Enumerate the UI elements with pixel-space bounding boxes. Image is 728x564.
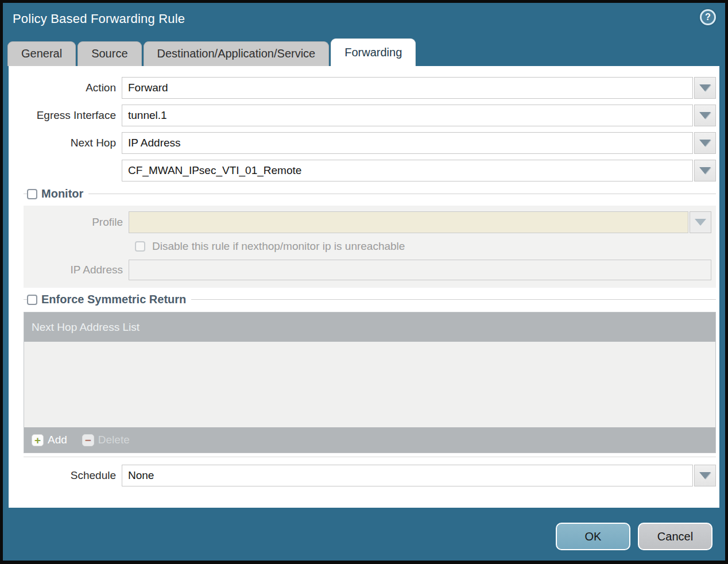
next-hop-address-table: Next Hop Address List + Add − Delete (24, 312, 716, 453)
action-dropdown-trigger[interactable] (694, 77, 716, 99)
egress-interface-select[interactable]: tunnel.1 (122, 105, 693, 126)
profile-dropdown-trigger (690, 211, 711, 233)
chevron-down-icon (699, 167, 711, 174)
tab-source[interactable]: Source (78, 41, 141, 66)
dialog-title: Policy Based Forwarding Rule (13, 11, 185, 26)
profile-label: Profile (24, 216, 129, 229)
table-toolbar: + Add − Delete (24, 427, 715, 453)
cancel-button[interactable]: Cancel (638, 523, 712, 550)
forwarding-tab-panel: Action Forward Egress Interface tunnel.1… (9, 66, 719, 508)
enforce-symmetric-return-checkbox[interactable] (27, 295, 37, 305)
next-hop-address-row: CF_MWAN_IPsec_VTI_01_Remote (24, 160, 716, 181)
egress-interface-label: Egress Interface (24, 109, 122, 122)
chevron-down-icon (699, 140, 711, 146)
schedule-select[interactable]: None (122, 465, 693, 486)
monitor-ip-input (129, 260, 711, 280)
monitor-panel: Profile Disable this rule if nexthop/mon… (24, 206, 716, 288)
chevron-down-icon (699, 472, 711, 479)
tab-bar: General Source Destination/Application/S… (3, 37, 725, 66)
monitor-legend-label: Monitor (41, 187, 83, 200)
schedule-row: Schedule None (24, 465, 716, 486)
minus-icon: − (82, 434, 94, 446)
next-hop-type-select[interactable]: IP Address (122, 132, 693, 154)
chevron-down-icon (699, 112, 711, 119)
dialog-titlebar: Policy Based Forwarding Rule ? (3, 3, 725, 37)
monitor-checkbox[interactable] (27, 189, 37, 199)
symmetric-return-legend-label: Enforce Symmetric Return (41, 293, 186, 306)
plus-icon: + (32, 434, 44, 446)
monitor-ip-row: IP Address (24, 260, 714, 280)
symmetric-return-legend: Enforce Symmetric Return (24, 293, 716, 306)
monitor-ip-label: IP Address (24, 264, 129, 276)
delete-button: − Delete (82, 434, 130, 446)
disable-rule-label: Disable this rule if nexthop/monitor ip … (152, 240, 405, 253)
egress-interface-dropdown-trigger[interactable] (694, 105, 716, 126)
next-hop-address-select[interactable]: CF_MWAN_IPsec_VTI_01_Remote (122, 160, 693, 181)
question-mark-icon: ? (705, 12, 711, 22)
tab-general[interactable]: General (7, 41, 76, 66)
schedule-label: Schedule (24, 469, 122, 482)
add-button-label: Add (48, 434, 67, 446)
add-button[interactable]: + Add (32, 434, 67, 446)
help-button[interactable]: ? (700, 9, 716, 25)
action-row: Action Forward (24, 77, 716, 99)
next-hop-label: Next Hop (24, 137, 122, 149)
action-label: Action (24, 82, 122, 94)
next-hop-row: Next Hop IP Address (24, 132, 716, 154)
dialog-footer: OK Cancel (3, 508, 725, 550)
monitor-legend: Monitor (24, 187, 716, 200)
next-hop-dropdown-trigger[interactable] (694, 132, 716, 154)
tab-destination-application-service[interactable]: Destination/Application/Service (144, 41, 330, 66)
egress-interface-row: Egress Interface tunnel.1 (24, 105, 716, 126)
chevron-down-icon (695, 219, 706, 226)
disable-rule-checkbox (135, 241, 145, 252)
table-body-empty[interactable] (24, 342, 715, 427)
delete-button-label: Delete (98, 434, 130, 446)
disable-rule-row: Disable this rule if nexthop/monitor ip … (135, 240, 714, 253)
symmetric-return-fieldset-bottom (24, 453, 716, 457)
next-hop-address-dropdown-trigger[interactable] (694, 160, 716, 181)
schedule-dropdown-trigger[interactable] (694, 465, 716, 486)
monitor-profile-row: Profile (24, 211, 714, 233)
table-column-header[interactable]: Next Hop Address List (24, 312, 715, 342)
action-select[interactable]: Forward (122, 77, 693, 99)
profile-select (129, 211, 688, 233)
ok-button[interactable]: OK (556, 523, 630, 550)
pbf-rule-dialog: Policy Based Forwarding Rule ? General S… (3, 3, 725, 561)
tab-forwarding[interactable]: Forwarding (331, 38, 416, 66)
chevron-down-icon (699, 84, 711, 91)
